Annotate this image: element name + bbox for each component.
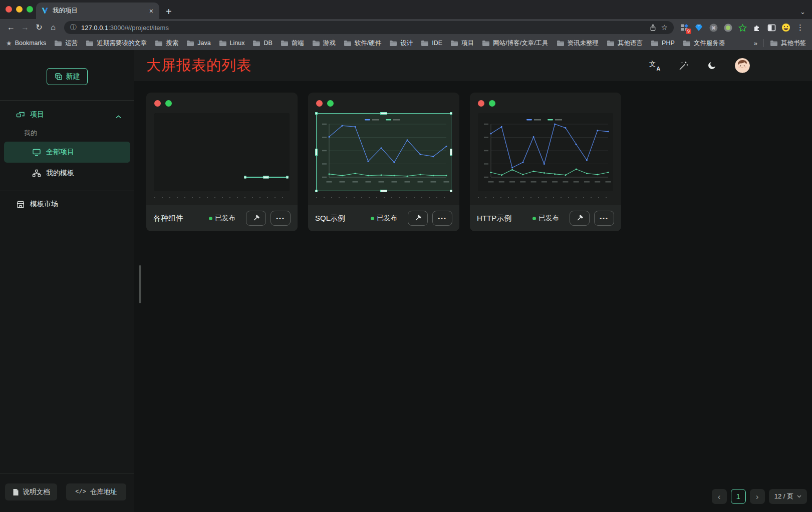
user-avatar[interactable] <box>735 58 750 73</box>
back-button[interactable]: ← <box>4 24 18 32</box>
bookmark-folder[interactable]: 项目 <box>450 39 474 48</box>
selection-handle[interactable] <box>315 190 318 192</box>
extension-star-icon[interactable] <box>738 23 747 32</box>
project-card[interactable]: 25.00%各种组件已发布••• <box>146 93 298 231</box>
project-thumbnail[interactable] <box>316 113 451 191</box>
new-tab-button[interactable]: + <box>166 7 172 17</box>
browser-menu-icon[interactable]: ⋮ <box>792 23 808 32</box>
selection-handle[interactable] <box>450 112 452 115</box>
site-info-icon[interactable]: ⓘ <box>70 23 77 32</box>
edit-project-button[interactable] <box>246 211 266 226</box>
chevron-up-icon[interactable] <box>116 112 121 121</box>
project-card[interactable]: SQL示例已发布••• <box>308 93 459 231</box>
bookmarks-root[interactable]: ★ Bookmarks <box>6 40 46 47</box>
folder-icon <box>389 40 397 47</box>
bookmark-folder[interactable]: 设计 <box>389 39 413 48</box>
magic-wand-icon[interactable] <box>678 61 689 71</box>
share-icon[interactable] <box>649 24 657 32</box>
emoji-extension-icon[interactable] <box>781 23 790 32</box>
dotted-divider <box>478 197 613 198</box>
extension-gem-icon[interactable] <box>694 23 703 32</box>
selection-handle[interactable] <box>315 149 318 156</box>
reload-button[interactable]: ↻ <box>32 24 46 32</box>
docs-button[interactable]: 说明文档 <box>5 483 57 500</box>
selection-handle[interactable] <box>315 112 318 115</box>
bookmark-folder-label: 近期需要读的文章 <box>97 39 147 48</box>
extension-grid-icon[interactable]: 9 <box>680 23 689 32</box>
bookmark-folder[interactable]: 其他语言 <box>607 39 643 48</box>
bookmark-star-icon[interactable]: ☆ <box>661 23 668 32</box>
bookmark-folder[interactable]: 近期需要读的文章 <box>86 39 147 48</box>
page-size-select[interactable]: 12 / 页 <box>769 489 807 504</box>
prev-page-button[interactable]: ‹ <box>712 489 727 504</box>
dark-mode-moon-icon[interactable] <box>707 61 717 71</box>
bookmark-folder[interactable]: 游戏 <box>312 39 336 48</box>
selection-handle[interactable] <box>287 177 289 179</box>
sidebar-item-template-market[interactable]: 模板市场 <box>0 194 134 214</box>
macos-zoom-button[interactable] <box>27 6 33 13</box>
dotted-divider <box>154 197 290 198</box>
publish-status: 已发布 <box>532 214 560 223</box>
split-view-icon[interactable] <box>767 23 776 32</box>
more-actions-button[interactable]: ••• <box>270 211 291 226</box>
selection-handle[interactable] <box>450 149 452 156</box>
sidebar-item-all-projects[interactable]: 全部项目 <box>4 142 130 163</box>
bookmark-folder[interactable]: 前端 <box>281 39 304 48</box>
sidebar-section-projects[interactable]: 项目 <box>0 105 134 125</box>
bookmark-folder-label: Java <box>197 40 210 47</box>
edit-project-button[interactable] <box>570 211 590 226</box>
current-page-button[interactable]: 1 <box>731 489 746 504</box>
other-bookmarks-folder[interactable]: 其他书签 <box>770 39 806 48</box>
bookmark-folder-label: 运营 <box>65 39 78 48</box>
selection-handle[interactable] <box>263 177 269 179</box>
bookmark-folder[interactable]: 软件/硬件 <box>344 39 381 48</box>
bookmarks-root-label: Bookmarks <box>15 40 47 47</box>
new-project-button[interactable]: 新建 <box>47 68 88 85</box>
bookmark-folder[interactable]: Java <box>186 40 210 47</box>
language-icon[interactable]: 文A <box>649 61 660 71</box>
next-page-button[interactable]: › <box>750 489 765 504</box>
more-actions-button[interactable]: ••• <box>432 211 452 226</box>
extension-command-icon[interactable]: ⌘ <box>709 23 718 32</box>
bookmark-folder[interactable]: 运营 <box>54 39 78 48</box>
bookmark-folder[interactable]: 搜索 <box>155 39 178 48</box>
scrollbar-thumb[interactable] <box>139 265 141 303</box>
tab-close-icon[interactable]: × <box>148 8 154 15</box>
chevron-down-icon <box>797 495 801 498</box>
bookmark-folder[interactable]: 资讯未整理 <box>557 39 599 48</box>
selection-handle[interactable] <box>380 112 387 115</box>
bookmark-folder[interactable]: PHP <box>651 40 675 47</box>
tab-title: 我的项目 <box>53 7 144 15</box>
extensions-puzzle-icon[interactable] <box>752 23 761 32</box>
browser-toolbar: ← → ↻ ⌂ ⓘ 127.0.0.1:3000/#/project/items… <box>0 19 812 36</box>
sidebar-item-my-templates[interactable]: 我的模板 <box>4 163 130 184</box>
repo-button[interactable]: </> 仓库地址 <box>66 483 126 500</box>
selection-handle[interactable] <box>450 190 452 192</box>
project-thumbnail[interactable] <box>478 113 613 191</box>
bookmark-folder[interactable]: 网站/博客/文章/工具 <box>482 39 548 48</box>
sidebar-footer: 说明文档 </> 仓库地址 <box>0 473 134 512</box>
selection-handle[interactable] <box>244 177 246 179</box>
bookmarks-overflow-chevron[interactable]: » <box>754 40 757 47</box>
bookmark-folder[interactable]: DB <box>252 40 272 47</box>
selection-handle[interactable] <box>380 190 387 192</box>
project-thumbnail[interactable]: 25.00% <box>154 113 290 191</box>
browser-tab[interactable]: 我的项目 × <box>36 3 159 19</box>
macos-close-button[interactable] <box>6 6 12 13</box>
bookmark-folder[interactable]: 文件服务器 <box>683 39 725 48</box>
edit-project-button[interactable] <box>408 211 428 226</box>
macos-minimize-button[interactable] <box>16 6 23 13</box>
tab-search-chevron-icon[interactable]: ⌄ <box>800 9 805 15</box>
bookmark-folder[interactable]: Linux <box>219 40 245 47</box>
more-actions-button[interactable]: ••• <box>594 211 614 226</box>
folder-icon <box>86 40 94 47</box>
extension-circle-icon[interactable] <box>723 23 732 32</box>
card-footer: 各种组件已发布••• <box>146 205 298 231</box>
forward-button[interactable]: → <box>18 24 32 32</box>
home-button[interactable]: ⌂ <box>46 24 60 32</box>
address-bar[interactable]: ⓘ 127.0.0.1:3000/#/project/items ☆ <box>64 21 674 34</box>
bookmark-folder[interactable]: IDE <box>421 40 442 47</box>
docs-button-label: 说明文档 <box>23 487 50 496</box>
bookmark-folder-label: 资讯未整理 <box>568 39 599 48</box>
project-card[interactable]: HTTP示例已发布••• <box>470 93 621 231</box>
